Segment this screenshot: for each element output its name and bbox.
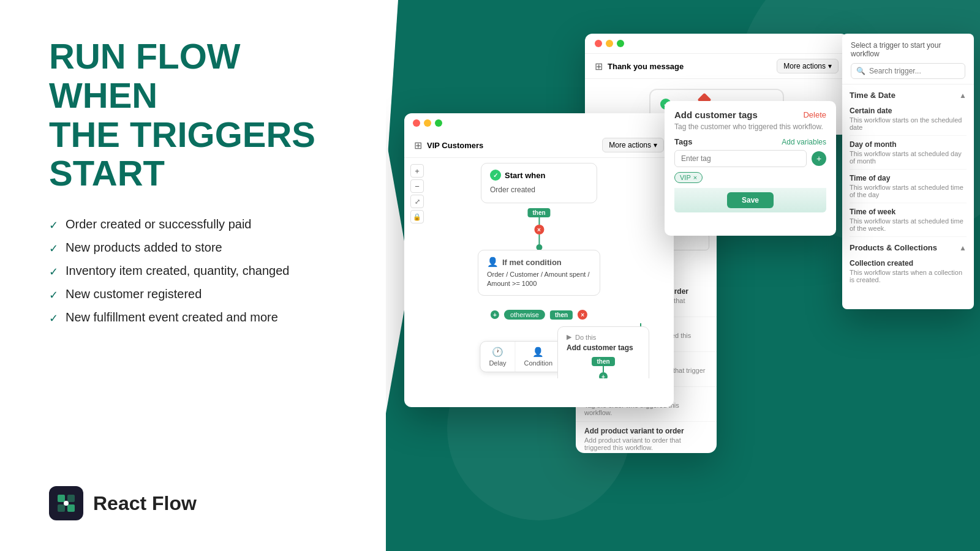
trigger-item-title: Day of month [850,140,967,149]
dot-yellow [606,40,613,47]
vip-title: VIP Customers [427,141,483,150]
headline: RUN FLOW WHEN THE TRIGGERS START [49,37,349,193]
check-icon: ✓ [49,265,58,279]
zoom-in-button[interactable]: + [410,164,424,178]
svg-rect-3 [67,504,75,512]
dot-red [413,119,420,127]
vip-titlebar [404,113,674,133]
then-below: then + [567,357,640,378]
trigger-item-time-of-week[interactable]: Time of week This workflow starts at sch… [850,203,967,237]
action-item-4[interactable]: Add product variant to order Add product… [576,422,717,453]
zoom-out-button[interactable]: − [410,179,424,193]
tags-label-row: Tags Add variables [674,137,826,146]
tag-add-button[interactable]: + [812,151,826,166]
condition-header: 👤 If met condition [487,257,591,268]
check-icon: ✓ [49,312,58,325]
check-icon: ✓ [49,242,58,255]
right-panel: ⊞ Thank you message More actions ▾ ✓ Sta… [386,0,980,551]
svg-rect-2 [58,504,65,512]
trigger-item-time-of-day[interactable]: Time of day This workflow starts at sche… [850,170,967,203]
svg-rect-0 [58,495,65,502]
x-icon-1: × [534,225,544,234]
trigger-item-collection-created[interactable]: Collection created This workflow starts … [850,255,967,288]
svg-rect-1 [67,495,75,502]
trigger-item-desc: This workflow starts when a collection i… [850,269,967,283]
tags-label: Tags [674,137,692,146]
more-actions-button[interactable]: More actions ▾ [777,59,839,73]
tag-chips-row: VIP × [674,172,826,183]
connector-1: then × [527,208,550,250]
do-this-header: ▶ Do this [567,333,640,341]
trigger-item-title: Time of day [850,174,967,182]
trigger-item-title: Collection created [850,259,967,268]
lock-button[interactable]: 🔒 [410,210,424,223]
trigger-item-title: Certain date [850,107,967,115]
chevron-up-icon-2: ▲ [959,244,967,252]
condition-button[interactable]: 👤 Condition [516,342,562,372]
green-check-icon-2: ✓ [490,170,501,181]
feature-item: ✓Inventory item created, quantity, chang… [49,264,349,279]
trigger-sidebar-header: Select a trigger to start your workflow … [842,34,974,84]
time-date-items: Certain date This workflow starts on the… [842,102,974,237]
clock-icon: 🕐 [492,347,503,358]
person-icon: 👤 [487,257,499,268]
condition-body: Order / Customer / Amount spent / Amount… [487,270,591,289]
products-items: Collection created This workflow starts … [842,255,974,288]
then-badge-3: then [592,357,614,366]
dot-green [435,119,442,127]
chevron-down-icon: ▾ [828,62,832,70]
chevron-up-icon: ▲ [959,91,967,100]
zoom-controls: + − ⤢ 🔒 [410,164,424,223]
dot-yellow [424,119,431,127]
trigger-sidebar-window: Select a trigger to start your workflow … [842,34,974,309]
tags-panel-window: Add customer tags Delete Tag the custome… [665,101,836,236]
otherwise-badge: otherwise [504,310,545,320]
chevron-down-icon-2: ▾ [654,141,657,149]
products-label: Products & Collections [850,243,937,252]
person-icon-2: 👤 [532,347,544,358]
features-list: ✓Order created or successfully paid ✓New… [49,217,349,325]
trigger-item-desc: This workflow starts at scheduled day of… [850,150,967,165]
do-this-title: Add customer tags [567,343,640,352]
start-when-header: ✓ Start when [490,170,588,181]
trigger-item-desc: This workflow starts at scheduled time o… [850,184,967,198]
order-created-text: Order created [490,183,588,197]
then-badge-1: then [527,208,550,217]
vip-more-actions-button[interactable]: More actions ▾ [602,138,664,152]
fit-view-button[interactable]: ⤢ [410,195,424,208]
tag-chip-remove[interactable]: × [693,174,697,181]
svg-point-4 [64,501,69,506]
connector-line-3 [603,366,604,372]
time-date-section-header: Time & Date ▲ [842,84,974,102]
trigger-search-input[interactable] [869,67,960,75]
tags-input-row: + [674,150,826,167]
trigger-item-day-of-month[interactable]: Day of month This workflow starts at sch… [850,136,967,170]
layout-icon: ⊞ [595,61,603,72]
connector-line-2 [538,234,540,244]
vip-header: ⊞ VIP Customers More actions ▾ [404,133,674,158]
check-icon: ✓ [49,288,58,302]
dot-green [617,40,624,47]
condition-node[interactable]: 👤 If met condition Order / Customer / Am… [478,250,600,296]
tag-input[interactable] [674,150,807,167]
time-date-label: Time & Date [850,91,895,100]
tags-delete-button[interactable]: Delete [803,110,826,119]
feature-item: ✓New customer registered [49,287,349,302]
tag-chip-vip: VIP × [674,172,703,183]
delay-button[interactable]: 🕐 Delay [480,342,515,372]
feature-item: ✓New products added to store [49,241,349,255]
start-when-node[interactable]: ✓ Start when Order created [481,163,597,203]
plus-icon-1: + [491,310,499,319]
x-icon-2: × [578,310,587,320]
vip-header-left: ⊞ VIP Customers [414,140,483,151]
layout-icon-2: ⊞ [414,140,422,151]
tags-panel-content: Add customer tags Delete Tag the custome… [665,101,836,212]
products-section-header: Products & Collections ▲ [842,237,974,255]
thankyou-header-left: ⊞ Thank you message [595,61,684,72]
trigger-item-certain-date[interactable]: Certain date This workflow starts on the… [850,102,967,136]
vip-flow-canvas: ✓ Start when Order created then × 👤 If m… [404,158,674,378]
add-variables-link[interactable]: Add variables [782,138,826,146]
trigger-search-box[interactable]: 🔍 [851,63,965,79]
save-button[interactable]: Save [727,192,774,208]
do-this-node[interactable]: ▶ Do this Add customer tags then + [557,326,649,378]
